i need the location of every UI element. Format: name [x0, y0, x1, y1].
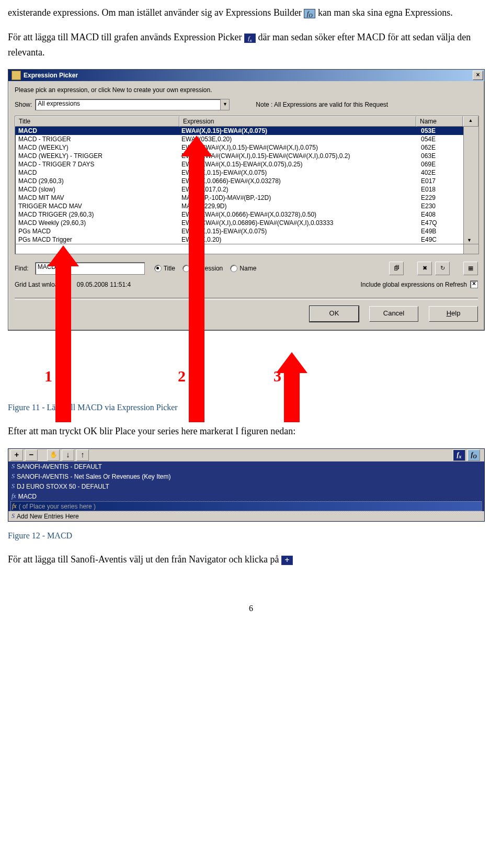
table-row[interactable]: MACD (WEEKLY) - TRIGGEREWA#(EWA#(CWA#(X,…: [15, 152, 478, 160]
cell-title: MACD (WEEKLY) - TRIGGER: [15, 152, 178, 160]
figure-11-caption: Figure 11 - Lägg till MACD via Expressio…: [8, 403, 494, 412]
page-number: 6: [8, 604, 494, 613]
scrollbar-track[interactable]: [463, 127, 478, 135]
grid-options-button[interactable]: ▦: [463, 262, 478, 275]
series-item[interactable]: fxMACD: [8, 491, 484, 501]
scrollbar-track[interactable]: [463, 160, 478, 168]
scrollbar-track[interactable]: [463, 143, 478, 152]
cell-name: 062E: [418, 143, 463, 152]
cell-name: 054E: [418, 135, 463, 143]
table-row[interactable]: MACD - TRIGGEREWA#(053E,0.20)054E: [15, 135, 478, 143]
text: För att lägga till MACD till grafen anvä…: [8, 32, 244, 42]
scrollbar-track[interactable]: [463, 194, 478, 202]
table-row[interactable]: MACDEWA#(X,0.15)-EWA#(X,0.075)402E: [15, 168, 478, 177]
cell-name: E230: [418, 202, 463, 210]
scrollbar-track[interactable]: [463, 168, 478, 177]
scrollbar-track[interactable]: [463, 210, 478, 219]
scroll-up-icon[interactable]: ▲: [463, 116, 478, 127]
cell-expression: EWA#(X,0.15)-EWA#(X,0.075): [178, 168, 418, 177]
cell-name: 053E: [418, 127, 463, 135]
expression-picker-window: Expression Picker × Please pick an expre…: [8, 69, 485, 331]
cell-expression: EWA#(X,0.20): [178, 235, 418, 244]
cell-expression: EWA#(CWA#(X,I),0.06896)-EWA#(CWA#(X,I),0…: [178, 219, 418, 227]
callout-2: 2: [178, 367, 186, 385]
include-global-label: Include global expressions on Refresh: [361, 281, 467, 288]
cell-title: MACD Weekly (29,60,3): [15, 219, 178, 227]
table-row[interactable]: TRIGGER MACD MAVMAV#(E229,9D)E230: [15, 202, 478, 210]
text: kan man ska sina egna Expressions.: [318, 7, 453, 18]
pan-button[interactable]: ✋: [47, 449, 60, 461]
scrollbar-track[interactable]: [463, 219, 478, 227]
radio-title[interactable]: Title: [154, 265, 175, 272]
prompt-label: Please pick an expression, or click New …: [15, 86, 212, 94]
ok-button[interactable]: OK: [310, 306, 359, 322]
expression-grid[interactable]: Title Expression Name ▲ MACDEWA#(X,0.15)…: [15, 116, 479, 254]
scrollbar-track[interactable]: [463, 202, 478, 210]
add-new-entries[interactable]: S Add New Entries Here: [8, 511, 484, 521]
cell-title: MACD TRIGGER (29,60,3): [15, 210, 178, 219]
fo-icon: fO: [304, 9, 315, 18]
paragraph-4: För att lägga till Sanofi-Aventis välj u…: [8, 552, 494, 567]
series-item[interactable]: SSANOFI-AVENTIS - Net Sales Or Revenues …: [8, 471, 484, 481]
table-row[interactable]: PGs MACD TriggerEWA#(X,0.20)E49C▼: [15, 235, 478, 244]
col-name[interactable]: Name: [416, 116, 463, 127]
table-row[interactable]: MACD MIT MAVMAV#(BP,-10D)-MAV#(BP,-12D)E…: [15, 194, 478, 202]
add-new-text: Add New Entries Here: [17, 513, 79, 520]
table-row[interactable]: MACD Weekly (29,60,3)EWA#(CWA#(X,I),0.06…: [15, 219, 478, 227]
table-row[interactable]: PGs MACDEWA#(X,0.15)-EWA#(X,0.075)E49B: [15, 227, 478, 235]
cell-name: E229: [418, 194, 463, 202]
close-button[interactable]: ×: [473, 71, 483, 80]
scrollbar-track[interactable]: ▼: [463, 235, 478, 244]
table-row[interactable]: MACD (29,60,3)EWA#(X,0.0666)-EWA#(X,0.03…: [15, 177, 478, 185]
scrollbar-track[interactable]: [463, 177, 478, 185]
cancel-button[interactable]: Cancel: [369, 306, 418, 322]
include-global-checkbox[interactable]: ×: [470, 280, 478, 288]
titlebar[interactable]: Expression Picker ×: [8, 70, 484, 81]
table-row[interactable]: MACD - TRIGGER 7 DAYSEWA#(EWA#(X,0.15)-E…: [15, 160, 478, 168]
cell-name: E49C: [418, 235, 463, 244]
new-button[interactable]: 🗐: [389, 262, 404, 275]
move-up-button[interactable]: ↑: [76, 449, 89, 461]
cell-expression: EWA#(X,0.0666)-EWA#(X,0.03278): [178, 177, 418, 185]
add-series-button[interactable]: +: [10, 449, 23, 461]
series-item[interactable]: SDJ EURO STOXX 50 - DEFAULT: [8, 481, 484, 491]
fx-button[interactable]: fx: [453, 449, 465, 461]
col-expression[interactable]: Expression: [179, 116, 416, 127]
fo-button[interactable]: fO: [467, 449, 480, 461]
series-panel: + − ✋ ↓ ↑ fx fO SSANOFI-AVENTIS - DEFAUL…: [8, 448, 485, 522]
cell-title: MACD - TRIGGER 7 DAYS: [15, 160, 178, 168]
table-row[interactable]: MACD (slow)EWA#(E017,0.2)E018: [15, 185, 478, 194]
table-row[interactable]: MACD (WEEKLY)EWA#(CWA#(X,I),0.15)-EWA#(C…: [15, 143, 478, 152]
show-combo[interactable]: All expressions ▼: [35, 99, 230, 110]
scrollbar-track[interactable]: [463, 135, 478, 143]
move-down-button[interactable]: ↓: [62, 449, 74, 461]
remove-series-button[interactable]: −: [25, 449, 38, 461]
series-text: SANOFI-AVENTIS - DEFAULT: [17, 463, 102, 470]
series-toolbar: + − ✋ ↓ ↑ fx fO: [8, 449, 484, 461]
scrollbar-track[interactable]: [463, 152, 478, 160]
cell-title: TRIGGER MACD MAV: [15, 202, 178, 210]
table-row[interactable]: MACDEWA#(X,0.15)-EWA#(X,0.075)053E: [15, 127, 478, 135]
help-button[interactable]: Help: [429, 306, 478, 322]
series-prefix-icon: S: [12, 463, 15, 470]
series-item[interactable]: SSANOFI-AVENTIS - DEFAULT: [8, 461, 484, 471]
grid-timestamp: 09.05.2008 11:51:4: [77, 281, 131, 288]
scrollbar-track[interactable]: [463, 185, 478, 194]
col-title[interactable]: Title: [15, 116, 179, 127]
cell-expression: MAV#(E229,9D): [178, 202, 418, 210]
dropdown-icon[interactable]: ▼: [220, 99, 229, 110]
series-selected[interactable]: fx ( of Place your series here ): [10, 501, 482, 511]
show-label: Show:: [15, 101, 32, 108]
cell-title: MACD: [15, 168, 178, 177]
text: För att lägga till Sanofi-Aventis välj u…: [8, 554, 281, 565]
table-row[interactable]: MACD TRIGGER (29,60,3)EWA#(EWA#(X,0.0666…: [15, 210, 478, 219]
radio-name[interactable]: Name: [230, 265, 256, 272]
delete-button[interactable]: ✖: [417, 262, 432, 275]
window-icon: [12, 71, 21, 80]
refresh-button[interactable]: ↻: [435, 262, 450, 275]
callout-numbers: 1 2 3: [8, 336, 494, 393]
cell-expression: EWA#(053E,0.20): [178, 135, 418, 143]
show-value: All expressions: [36, 99, 220, 110]
scrollbar-track[interactable]: [463, 227, 478, 235]
cell-name: E408: [418, 210, 463, 219]
